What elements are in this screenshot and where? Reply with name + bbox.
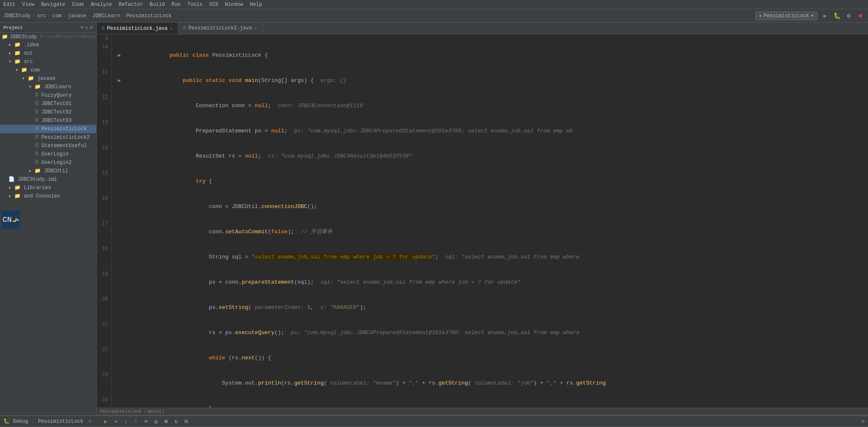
run-arrow-11: ▶ (118, 76, 121, 85)
breadcrumb-com[interactable]: com (53, 13, 62, 19)
run-button[interactable]: ▶ (821, 12, 829, 20)
debug-button[interactable]: 🐛 (833, 12, 841, 20)
code-line-14: 14 ResultSet rs = null; rs: "com.mysql.j… (97, 144, 868, 169)
panel-settings-icon[interactable]: ⚙ (862, 418, 865, 424)
java-icon: © (35, 109, 41, 115)
sidebar-item-com[interactable]: ▾ 📁 com (0, 66, 96, 74)
sidebar-item-javase[interactable]: ▾ 📁 javase (0, 74, 96, 83)
code-line-23: 23 System.out.println(rs.getString( colu… (97, 371, 868, 396)
debug-run-name[interactable]: PessimisticLock (38, 419, 83, 424)
code-line-24: 24 } (97, 396, 868, 408)
sidebar-item-jdbctest03[interactable]: © JDBCTest03 (0, 116, 96, 125)
debug-close-btn[interactable]: ✕ (88, 418, 91, 424)
debug-panel: 🐛 Debug : PessimisticLock ✕ ▶ ↷ ↓ ↑ ⌨ ◎ … (0, 415, 868, 427)
sidebar-item-fuzzyquery[interactable]: © FuzzyQuery (0, 91, 96, 100)
tab-close-2[interactable]: ✕ (255, 26, 257, 31)
debug-panel-header: 🐛 Debug : PessimisticLock ✕ ▶ ↷ ↓ ↑ ⌨ ◎ … (0, 416, 868, 427)
sidebar-item-statementuseful[interactable]: © StatementUseful (0, 142, 96, 150)
sidebar-gear-icon[interactable]: ⚙ (90, 24, 93, 31)
menu-run[interactable]: Run (171, 2, 181, 8)
sidebar-item-jdbctest01[interactable]: © JDBCTest01 (0, 100, 96, 108)
menu-edit[interactable]: Edit (3, 2, 16, 8)
run-arrow-10: ▶ (118, 51, 121, 60)
folder-icon: ▸ 📁 (8, 185, 24, 191)
debug-icon: 🐛 (3, 418, 10, 424)
step-over-btn[interactable]: ↷ (111, 417, 120, 426)
settings-button[interactable]: ⚙ (844, 12, 853, 20)
menu-help[interactable]: Help (250, 2, 262, 8)
sidebar-item-libraries[interactable]: ▸ 📁 Libraries (0, 184, 96, 192)
folder-icon: ▸ 📁 (29, 168, 44, 174)
java-file-icon-2: © (183, 26, 186, 31)
folder-icon: ▸ 📁 (8, 193, 24, 199)
debug-title: Debug (13, 419, 28, 424)
sidebar-add-icon[interactable]: ⊕ (80, 24, 83, 31)
code-line-19: 19 ps = conn.prepareStatement(sql); sql:… (97, 270, 868, 295)
mute-btn[interactable]: ◎ (152, 417, 160, 426)
sidebar-item-userlogin2[interactable]: © UserLogin2 (0, 158, 96, 167)
sidebar-item-out[interactable]: ▸ 📁 out (0, 49, 96, 58)
code-line-15: 15 try { (97, 169, 868, 194)
toolbar-right: ● PessimisticLock ▾ ▶ 🐛 ⚙ ■ (755, 11, 865, 20)
menu-navigate[interactable]: Navigate (41, 2, 66, 8)
java-icon: © (35, 143, 41, 149)
resume-btn[interactable]: ▶ (101, 417, 110, 426)
menu-code[interactable]: Code (72, 2, 84, 8)
tab-pessimisticlock2[interactable]: © PessimisticLock2.java ✕ (178, 23, 263, 34)
java-icon: © (35, 151, 41, 157)
sidebar-item-userlogin[interactable]: © UserLogin (0, 150, 96, 158)
menu-view[interactable]: View (22, 2, 34, 8)
stop-button[interactable]: ■ (856, 12, 865, 20)
editor-breadcrumb: PessimisticLock › main() (97, 408, 868, 415)
breadcrumb-jdbclearn[interactable]: JDBCLearn (92, 13, 120, 19)
folder-icon: ▸ 📁 (8, 42, 24, 48)
code-line-11: 11 ▶ public static void main(String[] ar… (97, 68, 868, 93)
step-into-btn[interactable]: ↓ (121, 417, 130, 426)
run-config-selector[interactable]: ● PessimisticLock ▾ (755, 11, 818, 20)
code-line-12: 12 Connection conn = null; conn: JDBC4Co… (97, 93, 868, 119)
sidebar-item-pessimisticlock[interactable]: © PessimisticLock (0, 125, 96, 133)
sidebar-sync-icon[interactable]: ↻ (85, 24, 88, 31)
menu-analyze[interactable]: Analyze (91, 2, 112, 8)
menu-vcs[interactable]: VCS (209, 2, 219, 8)
sidebar-item-jdbcutil[interactable]: ▸ 📁 JDBCUtil (0, 167, 96, 175)
folder-icon: ▾ 📁 (8, 59, 24, 65)
tab-close-1[interactable]: ✕ (170, 26, 173, 31)
rerun-btn[interactable]: ↻ (172, 417, 180, 426)
java-icon: © (35, 126, 41, 132)
sidebar-item-pessimisticlock2[interactable]: © PessimisticLock2 (0, 133, 96, 142)
menu-tools[interactable]: Tools (187, 2, 203, 8)
step-out-btn[interactable]: ↑ (132, 417, 140, 426)
debug-toolbar: ▶ ↷ ↓ ↑ ⌨ ◎ ⊞ ↻ ⊟ (101, 417, 190, 426)
sidebar-item-src[interactable]: ▾ 📁 src (0, 58, 96, 66)
more-btn[interactable]: ⊞ (162, 417, 170, 426)
sidebar-item-jdbctest02[interactable]: © JDBCTest02 (0, 108, 96, 116)
evaluate-btn[interactable]: ⌨ (142, 417, 150, 426)
java-icon: © (35, 134, 41, 140)
cn-logo: CN🌙★ (2, 211, 20, 229)
menu-refactor[interactable]: Refactor (119, 2, 143, 8)
menu-window[interactable]: Window (225, 2, 243, 8)
menu-bar: Edit View Navigate Code Analyze Refactor… (0, 0, 868, 9)
code-line-13: 13 PreparedStatement ps = null; ps: "com… (97, 119, 868, 144)
breadcrumb-jdbcstudy[interactable]: JDBCStudy (3, 13, 31, 19)
project-root[interactable]: 📁 JDBCStudy D:\JavaProject\JDBCStudy (0, 33, 96, 41)
tab-pessimisticlock[interactable]: © PessimisticLock.java ✕ (97, 23, 178, 34)
breadcrumb-method[interactable]: main() (148, 409, 165, 414)
java-file-icon: © (102, 26, 105, 31)
restore-btn[interactable]: ⊟ (182, 417, 190, 426)
breadcrumb-class[interactable]: PessimisticLock (100, 409, 142, 414)
sidebar-item-jdbclearn[interactable]: ▾ 📁 JDBCLearn (0, 83, 96, 91)
sidebar-item-idea[interactable]: ▸ 📁 .idea (0, 41, 96, 49)
breadcrumb-javase[interactable]: javase (68, 13, 86, 19)
file-tabs: © PessimisticLock.java ✕ © PessimisticLo… (97, 23, 868, 34)
breadcrumb-src[interactable]: src (37, 13, 46, 19)
code-line-20: 20 ps.setString( parameterIndex: 1, x: "… (97, 295, 868, 320)
breadcrumb-class[interactable]: PessimisticLock (126, 13, 171, 19)
main-toolbar: JDBCStudy › src › com › javase › JDBCLea… (0, 9, 868, 23)
sidebar-item-consoles[interactable]: ▸ 📁 and Consoles (0, 192, 96, 200)
sidebar-item-iml[interactable]: 📄 JDBCStudy.iml (0, 175, 96, 184)
menu-build[interactable]: Build (150, 2, 165, 8)
code-editor[interactable]: 9 10 ▶ public class PessimisticLock { 11… (97, 34, 868, 408)
java-icon: © (35, 118, 41, 124)
